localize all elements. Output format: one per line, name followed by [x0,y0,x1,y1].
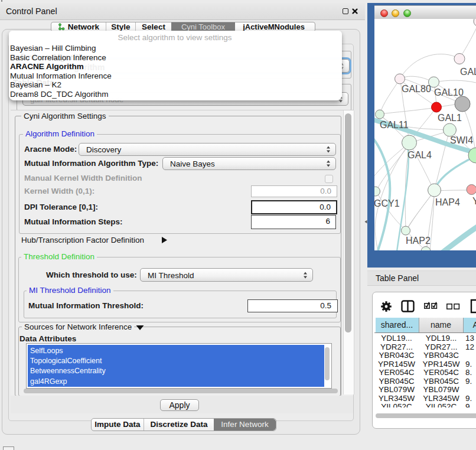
svg-text:HAP4: HAP4 [435,197,460,207]
svg-text:GAL10: GAL10 [434,87,464,97]
svg-text:Y: Y [472,196,476,206]
svg-text:GAL80: GAL80 [402,84,431,94]
svg-text:GAL4: GAL4 [407,150,432,160]
svg-text:HAP2: HAP2 [406,236,431,246]
svg-text:GAL2: GAL2 [460,67,476,77]
svg-text:SWI4: SWI4 [450,135,473,145]
svg-text:GCY1: GCY1 [374,198,400,208]
svg-text:GAL1: GAL1 [438,113,462,123]
svg-text:GAL11: GAL11 [380,120,409,130]
